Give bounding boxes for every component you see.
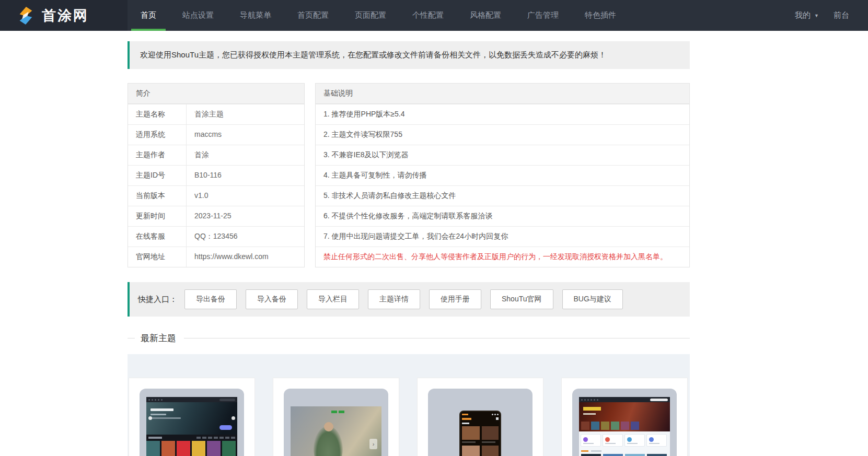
menu-item-nav-menu[interactable]: 导航菜单: [230, 0, 281, 31]
quick-entry-bar: 快捷入口： 导出备份 导入备份 导入栏目 主题详情 使用手册 ShouTu官网 …: [128, 282, 690, 317]
theme-details-button[interactable]: 主题详情: [368, 289, 420, 309]
row-value: maccms: [187, 125, 304, 145]
app-header: [462, 417, 499, 420]
import-columns-button[interactable]: 导入栏目: [307, 289, 359, 309]
basic-info-title: 基础说明: [316, 84, 689, 104]
frontend-link[interactable]: 前台: [826, 0, 857, 31]
my-dropdown-label: 我的: [795, 10, 811, 20]
feature-text-bar: [605, 443, 616, 444]
row-value: 首涂: [187, 145, 304, 165]
hero-sub-bar: [583, 413, 596, 415]
search-pill: [219, 399, 235, 401]
player-video-area: ›: [291, 406, 381, 456]
basic-info-panel: 基础说明 1. 推荐使用PHP版本≥5.4 2. 主题文件读写权限755 3. …: [315, 83, 690, 267]
welcome-notice: 欢迎使用ShouTu主题，您已获得授权使用本主题管理系统，在您配置或修改文件前请…: [128, 41, 690, 69]
feature-card: [581, 434, 601, 447]
row-label: 适用系统: [128, 125, 187, 145]
shoutu-official-button[interactable]: ShouTu官网: [490, 289, 553, 309]
poster-row: [146, 441, 237, 456]
theme-card-2[interactable]: ›: [273, 378, 399, 456]
menu-dots-icon: [581, 399, 600, 401]
section-header-row: [579, 449, 670, 454]
navbar-right: 我的 ▼ 前台: [788, 0, 868, 31]
menu-item-personal-config[interactable]: 个性配置: [403, 0, 453, 31]
thumbnail-row: [581, 454, 668, 456]
theme-card-4[interactable]: [561, 378, 688, 456]
row-value: 2023-11-25: [187, 206, 304, 226]
tablet-frame: ›: [284, 389, 388, 456]
tablet-frame: [572, 389, 677, 456]
section-label-orange: [581, 450, 588, 452]
my-dropdown[interactable]: 我的 ▼: [788, 0, 826, 31]
main-menu: 首页 站点设置 导航菜单 首页配置 页面配置 个性配置 风格配置 广告管理 特色…: [128, 0, 629, 31]
carousel-left-icon: [148, 416, 152, 420]
latest-themes-title: 最新主题: [141, 332, 176, 344]
feature-text-bar: [649, 443, 659, 444]
row-label: 主题名称: [128, 104, 187, 124]
row-value: v1.0: [187, 186, 304, 206]
phone-frame-area: [428, 389, 533, 456]
official-site-url: https://www.dkewl.com: [187, 247, 304, 267]
shoutu-logo-icon: [16, 6, 36, 26]
row-value: 首涂主题: [187, 104, 304, 124]
row-label: 主题ID号: [128, 166, 187, 185]
wifi-icon: [494, 414, 496, 415]
import-backup-button[interactable]: 导入备份: [246, 289, 298, 309]
row-label: 在线客服: [128, 227, 187, 247]
menu-item-home-config[interactable]: 首页配置: [288, 0, 338, 31]
feature-card: [603, 434, 623, 447]
menu-item-plugins[interactable]: 特色插件: [575, 0, 626, 31]
quick-entry-label: 快捷入口：: [138, 295, 177, 305]
feature-cards-row: [579, 431, 670, 449]
menu-dots-icon: [148, 399, 164, 401]
hero-poster-row: [581, 422, 641, 430]
tab-bars: [195, 437, 235, 439]
hero-title-bar: [583, 407, 601, 411]
section-label-bar: [148, 437, 162, 439]
table-row: 主题作者 首涂: [128, 145, 304, 165]
info-row: 2. 主题文件读写权限755: [316, 124, 689, 145]
theme-cards-row: ›: [128, 378, 690, 456]
pc-movie-portal-theme-preview: [579, 397, 670, 456]
row-label: 主题作者: [128, 145, 187, 165]
menu-item-home[interactable]: 首页: [131, 0, 166, 31]
menu-item-ad-manage[interactable]: 广告管理: [518, 0, 568, 31]
character-head: [324, 422, 333, 431]
intro-panel: 简介 主题名称 首涂主题 适用系统 maccms 主题作者 首涂 主题ID号 B…: [128, 83, 305, 267]
menu-item-page-config[interactable]: 页面配置: [345, 0, 396, 31]
export-backup-button[interactable]: 导出备份: [184, 289, 237, 309]
user-manual-button[interactable]: 使用手册: [429, 289, 481, 309]
feature-card: [646, 434, 667, 447]
thumb-captions: [462, 441, 499, 443]
main-content: 欢迎使用ShouTu主题，您已获得授权使用本主题管理系统，在您配置或修改文件前请…: [128, 41, 690, 456]
latest-themes-section: ›: [128, 354, 690, 456]
section-sub-bar: [591, 450, 601, 452]
feature-text-bar: [627, 443, 638, 444]
theme-card-3[interactable]: [417, 378, 543, 456]
phone-statusbar: [462, 414, 499, 415]
bug-suggest-button[interactable]: BUG与建议: [562, 289, 623, 309]
table-row: 主题名称 首涂主题: [128, 104, 304, 124]
menu-item-site-settings[interactable]: 站点设置: [173, 0, 223, 31]
table-row: 更新时间 2023-11-25: [128, 206, 304, 226]
preview-topbar: [146, 397, 237, 402]
license-warning-text: 禁止任何形式的二次出售、分享他人等侵害作者及正版用户的行为，一经发现取消授权资格…: [316, 247, 689, 267]
header-title-bar: [462, 418, 471, 420]
video-player-theme-preview: ›: [291, 406, 381, 456]
play-button-pill: [219, 425, 232, 430]
logo[interactable]: 首涂网: [0, 0, 128, 31]
site-title: 首涂网: [42, 6, 89, 25]
row-label: 更新时间: [128, 206, 187, 226]
menu-item-style-config[interactable]: 风格配置: [460, 0, 511, 31]
feature-icon: [583, 437, 588, 442]
search-icon: [496, 417, 499, 420]
hero-sub-bar: [151, 414, 166, 415]
hero-sub-bar: [151, 417, 181, 419]
row-value: B10-116: [187, 166, 304, 185]
caret-down-icon: ▼: [814, 13, 819, 18]
info-row: 3. 不兼容IE8及以下浏览器: [316, 145, 689, 165]
table-row: 官网地址 https://www.dkewl.com: [128, 247, 304, 267]
battery-icon: [497, 414, 499, 415]
theme-card-1[interactable]: [129, 378, 255, 456]
preview-topbar: [579, 397, 670, 402]
